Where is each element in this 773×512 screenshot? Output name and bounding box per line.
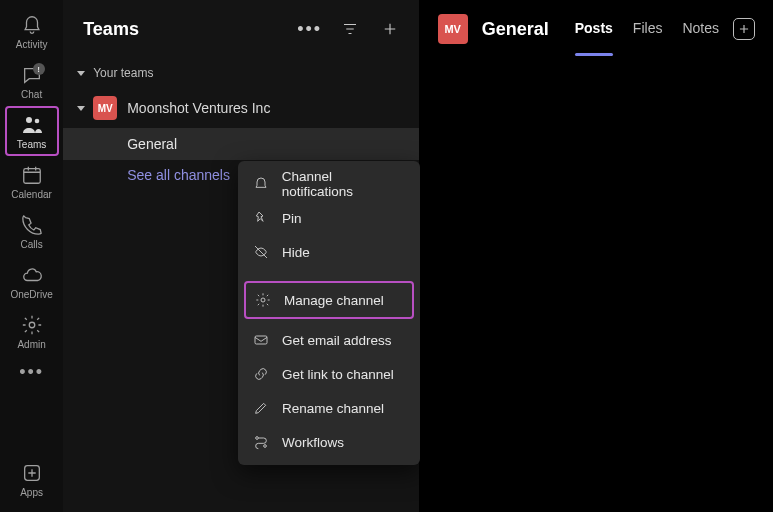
filter-icon[interactable]: [337, 16, 363, 42]
calendar-icon: [20, 163, 44, 187]
section-your-teams[interactable]: Your teams: [63, 58, 418, 88]
rail-apps-label: Apps: [20, 487, 43, 498]
tab-posts[interactable]: Posts: [575, 20, 613, 39]
rail-apps[interactable]: Apps: [5, 454, 59, 504]
teams-icon: [20, 113, 44, 137]
rail-activity[interactable]: Activity: [5, 6, 59, 56]
app-rail: Activity Chat Teams Calendar Calls OneDr…: [0, 0, 63, 512]
svg-rect-2: [23, 168, 40, 183]
svg-point-7: [256, 437, 259, 440]
caret-down-icon: [77, 106, 85, 111]
menu-channel-notifications[interactable]: Channel notifications: [238, 167, 420, 201]
admin-icon: [20, 313, 44, 337]
menu-label: Rename channel: [282, 401, 384, 416]
menu-pin[interactable]: Pin: [238, 201, 420, 235]
team-name: Moonshot Ventures Inc: [127, 100, 270, 116]
menu-label: Pin: [282, 211, 302, 226]
flow-icon: [252, 433, 270, 451]
cloud-icon: [20, 263, 44, 287]
mail-icon: [252, 331, 270, 349]
rail-calls-label: Calls: [20, 239, 42, 250]
rail-admin[interactable]: Admin: [5, 306, 59, 356]
rail-calls[interactable]: Calls: [5, 206, 59, 256]
see-all-label: See all channels: [127, 167, 230, 183]
menu-workflows[interactable]: Workflows: [238, 425, 420, 459]
teams-panel: Teams ••• Your teams MV Moonshot Venture…: [63, 0, 419, 512]
phone-icon: [20, 213, 44, 237]
add-tab-button[interactable]: [733, 18, 755, 40]
rail-calendar-label: Calendar: [11, 189, 52, 200]
menu-label: Hide: [282, 245, 310, 260]
menu-label: Get link to channel: [282, 367, 394, 382]
channel-title: General: [482, 19, 549, 40]
tab-files[interactable]: Files: [633, 20, 663, 39]
rail-teams[interactable]: Teams: [5, 106, 59, 156]
tab-label: Posts: [575, 20, 613, 36]
rail-teams-label: Teams: [17, 139, 46, 150]
link-icon: [252, 365, 270, 383]
channel-general[interactable]: General: [63, 128, 418, 160]
chat-alert-badge-icon: [33, 63, 45, 75]
menu-label: Manage channel: [284, 293, 384, 308]
menu-rename[interactable]: Rename channel: [238, 391, 420, 425]
channel-tabs: Posts Files Notes: [575, 20, 719, 39]
tab-label: Notes: [682, 20, 719, 36]
rail-chat[interactable]: Chat: [5, 56, 59, 106]
main-content: MV General Posts Files Notes: [420, 0, 773, 512]
bell-icon: [20, 13, 44, 37]
menu-label: Get email address: [282, 333, 392, 348]
rail-calendar[interactable]: Calendar: [5, 156, 59, 206]
menu-manage-channel[interactable]: Manage channel: [244, 281, 414, 319]
menu-hide[interactable]: Hide: [238, 235, 420, 269]
svg-rect-6: [255, 336, 267, 344]
caret-down-icon: [77, 71, 85, 76]
pencil-icon: [252, 399, 270, 417]
pin-icon: [252, 209, 270, 227]
team-row[interactable]: MV Moonshot Ventures Inc: [63, 88, 418, 128]
menu-get-email[interactable]: Get email address: [238, 323, 420, 357]
rail-chat-label: Chat: [21, 89, 42, 100]
more-options-icon[interactable]: •••: [297, 16, 323, 42]
svg-point-1: [34, 118, 39, 123]
rail-more-icon[interactable]: •••: [19, 362, 44, 383]
bell-icon: [252, 175, 270, 193]
panel-title: Teams: [83, 19, 296, 40]
rail-onedrive[interactable]: OneDrive: [5, 256, 59, 306]
rail-admin-label: Admin: [17, 339, 45, 350]
channel-avatar: MV: [438, 14, 468, 44]
panel-header: Teams •••: [63, 0, 418, 58]
svg-point-3: [29, 322, 35, 328]
hide-icon: [252, 243, 270, 261]
tab-notes[interactable]: Notes: [682, 20, 719, 39]
svg-point-0: [26, 117, 32, 123]
channel-label: General: [127, 136, 177, 152]
team-avatar: MV: [93, 96, 117, 120]
apps-icon: [20, 461, 44, 485]
rail-activity-label: Activity: [16, 39, 48, 50]
gear-icon: [254, 291, 272, 309]
menu-label: Workflows: [282, 435, 344, 450]
section-label: Your teams: [93, 66, 153, 80]
svg-point-8: [264, 445, 267, 448]
plus-icon: [737, 22, 751, 36]
main-header: MV General Posts Files Notes: [420, 0, 773, 58]
svg-point-5: [261, 298, 265, 302]
menu-get-link[interactable]: Get link to channel: [238, 357, 420, 391]
create-team-icon[interactable]: [377, 16, 403, 42]
menu-label: Channel notifications: [282, 169, 406, 199]
tab-label: Files: [633, 20, 663, 36]
channel-context-menu: Channel notifications Pin Hide Manage ch…: [238, 161, 420, 465]
rail-onedrive-label: OneDrive: [10, 289, 52, 300]
